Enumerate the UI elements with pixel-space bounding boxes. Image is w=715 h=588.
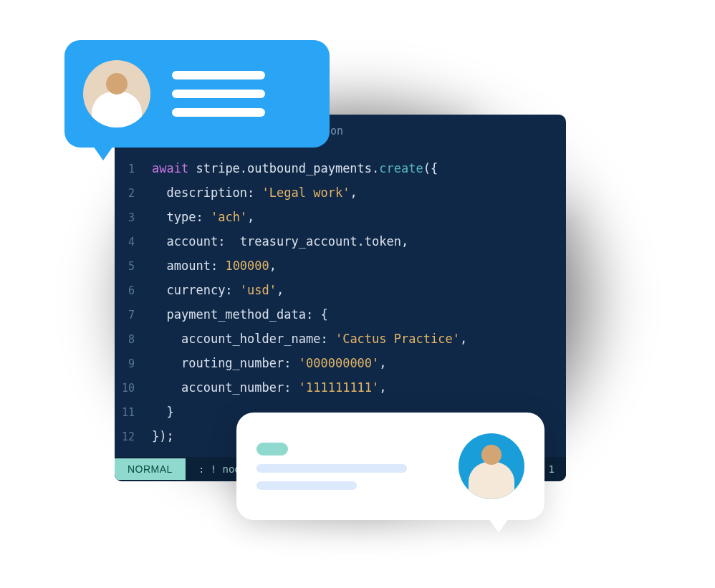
code-line[interactable]: 4 account: treasury_account.token, xyxy=(115,229,566,254)
code-line[interactable]: 3 type: 'ach', xyxy=(115,205,566,229)
code-line[interactable]: 1await stripe.outbound_payments.create({ xyxy=(115,156,566,180)
line-number: 4 xyxy=(115,231,152,253)
status-pill xyxy=(256,443,288,456)
code-content: description: 'Legal work', xyxy=(152,180,358,205)
line-number: 11 xyxy=(115,402,152,423)
line-number: 7 xyxy=(115,304,152,326)
avatar xyxy=(459,433,524,499)
code-content: await stripe.outbound_payments.create({ xyxy=(152,156,438,180)
code-content: currency: 'usd', xyxy=(152,278,284,302)
code-line[interactable]: 9 routing_number: '000000000', xyxy=(115,351,566,375)
line-number: 12 xyxy=(115,426,152,448)
code-line[interactable]: 2 description: 'Legal work', xyxy=(115,180,566,205)
line-number: 2 xyxy=(115,183,152,204)
line-number: 8 xyxy=(115,329,152,350)
code-line[interactable]: 6 currency: 'usd', xyxy=(115,278,566,302)
message-placeholder-lines xyxy=(172,71,311,117)
code-content: account_holder_name: 'Cactus Practice', xyxy=(152,327,467,351)
code-content: account: treasury_account.token, xyxy=(152,229,408,254)
chat-bubble-incoming xyxy=(236,413,544,520)
line-number: 10 xyxy=(115,377,152,399)
code-content: } xyxy=(152,400,174,424)
code-content: payment_method_data: { xyxy=(152,302,328,327)
code-line[interactable]: 5 amount: 100000, xyxy=(115,254,566,278)
line-number: 5 xyxy=(115,256,152,277)
avatar xyxy=(83,60,150,127)
code-line[interactable]: 10 account_number: '111111111', xyxy=(115,375,566,400)
code-content: routing_number: '000000000', xyxy=(152,351,387,375)
code-content: }); xyxy=(152,424,174,448)
line-number: 9 xyxy=(115,353,152,375)
code-content: amount: 100000, xyxy=(152,254,277,278)
line-number: 6 xyxy=(115,280,152,302)
code-content: account_number: '111111111', xyxy=(152,375,387,400)
code-line[interactable]: 7 payment_method_data: { xyxy=(115,302,566,327)
vim-mode-indicator: NORMAL xyxy=(115,458,186,480)
line-number: 1 xyxy=(115,158,152,180)
code-content: type: 'ach', xyxy=(152,205,254,229)
code-line[interactable]: 8 account_holder_name: 'Cactus Practice'… xyxy=(115,327,566,351)
message-placeholder-lines xyxy=(256,443,441,490)
code-body[interactable]: 1await stripe.outbound_payments.create({… xyxy=(115,143,566,457)
line-number: 3 xyxy=(115,207,152,228)
chat-bubble-outgoing xyxy=(64,40,330,148)
